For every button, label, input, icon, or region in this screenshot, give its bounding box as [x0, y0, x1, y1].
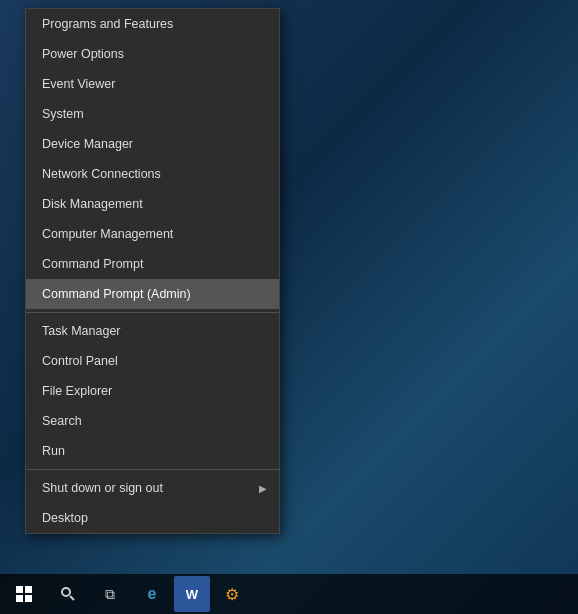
menu-item-network-connections[interactable]: Network Connections	[26, 159, 279, 189]
menu-item-label-shut-down-sign-out: Shut down or sign out	[42, 481, 163, 495]
menu-item-label-programs-features: Programs and Features	[42, 17, 173, 31]
menu-item-label-run: Run	[42, 444, 65, 458]
taskbar-task-view-icon[interactable]: ⧉	[90, 574, 130, 614]
menu-item-label-command-prompt: Command Prompt	[42, 257, 143, 271]
svg-rect-2	[16, 595, 23, 602]
menu-item-event-viewer[interactable]: Event Viewer	[26, 69, 279, 99]
context-menu: Programs and FeaturesPower OptionsEvent …	[25, 8, 280, 534]
taskbar-word-icon[interactable]: W	[174, 576, 210, 612]
menu-item-label-file-explorer: File Explorer	[42, 384, 112, 398]
menu-item-label-power-options: Power Options	[42, 47, 124, 61]
svg-point-4	[62, 588, 70, 596]
svg-line-5	[70, 596, 74, 600]
menu-item-label-network-connections: Network Connections	[42, 167, 161, 181]
menu-item-file-explorer[interactable]: File Explorer	[26, 376, 279, 406]
menu-item-command-prompt-admin[interactable]: Command Prompt (Admin)	[26, 279, 279, 309]
menu-item-label-event-viewer: Event Viewer	[42, 77, 115, 91]
menu-item-programs-features[interactable]: Programs and Features	[26, 9, 279, 39]
menu-item-system[interactable]: System	[26, 99, 279, 129]
menu-item-label-search: Search	[42, 414, 82, 428]
menu-item-shut-down-sign-out[interactable]: Shut down or sign out▶	[26, 473, 279, 503]
menu-item-power-options[interactable]: Power Options	[26, 39, 279, 69]
menu-item-task-manager[interactable]: Task Manager	[26, 316, 279, 346]
menu-item-label-device-manager: Device Manager	[42, 137, 133, 151]
taskbar-search-icon[interactable]	[48, 574, 88, 614]
svg-rect-3	[25, 595, 32, 602]
menu-item-command-prompt[interactable]: Command Prompt	[26, 249, 279, 279]
menu-item-label-desktop: Desktop	[42, 511, 88, 525]
menu-item-run[interactable]: Run	[26, 436, 279, 466]
taskbar-icons: ⧉ e W ⚙	[44, 574, 256, 614]
menu-item-computer-management[interactable]: Computer Management	[26, 219, 279, 249]
menu-item-label-control-panel: Control Panel	[42, 354, 118, 368]
menu-item-desktop[interactable]: Desktop	[26, 503, 279, 533]
taskbar: ⧉ e W ⚙	[0, 574, 578, 614]
menu-item-label-task-manager: Task Manager	[42, 324, 121, 338]
menu-divider-after-run	[26, 469, 279, 470]
taskbar-extra-icon[interactable]: ⚙	[212, 574, 252, 614]
menu-item-label-system: System	[42, 107, 84, 121]
menu-divider-after-command-prompt-admin	[26, 312, 279, 313]
svg-rect-0	[16, 586, 23, 593]
menu-item-label-computer-management: Computer Management	[42, 227, 173, 241]
menu-item-label-command-prompt-admin: Command Prompt (Admin)	[42, 287, 191, 301]
menu-item-label-disk-management: Disk Management	[42, 197, 143, 211]
menu-item-device-manager[interactable]: Device Manager	[26, 129, 279, 159]
menu-item-search[interactable]: Search	[26, 406, 279, 436]
submenu-arrow-shut-down-sign-out: ▶	[259, 483, 267, 494]
menu-item-control-panel[interactable]: Control Panel	[26, 346, 279, 376]
menu-item-disk-management[interactable]: Disk Management	[26, 189, 279, 219]
svg-rect-1	[25, 586, 32, 593]
start-button[interactable]	[4, 574, 44, 614]
taskbar-ie-icon[interactable]: e	[132, 574, 172, 614]
